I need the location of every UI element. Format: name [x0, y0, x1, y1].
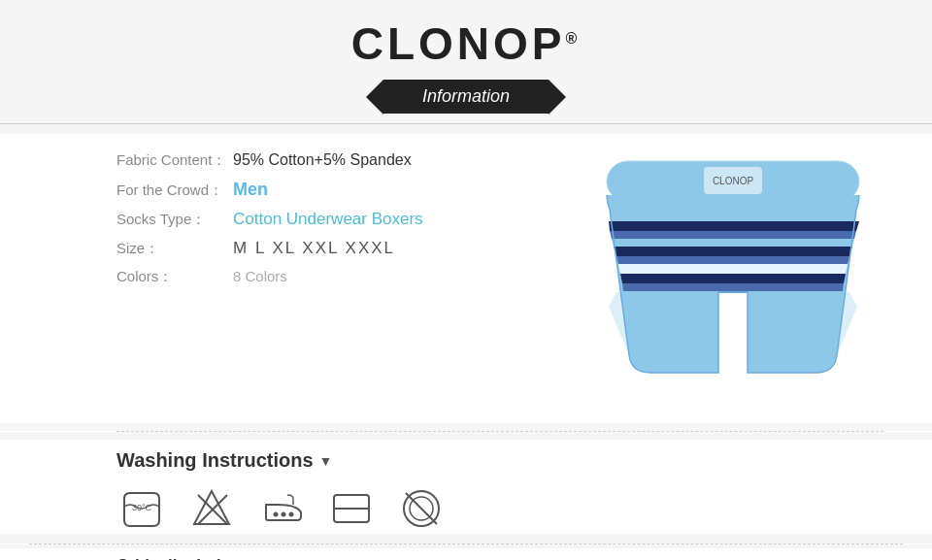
- washing-icons-row: 30°C: [116, 483, 883, 534]
- svg-point-9: [275, 513, 278, 516]
- colors-label: Colors：: [116, 268, 233, 286]
- colors-row: Colors： 8 Colors: [116, 268, 582, 286]
- product-info-left: Fabric Content： 95% Cotton+5% Spandex Fo…: [116, 151, 582, 423]
- wash-30-icon: 30°C: [116, 483, 167, 534]
- size-value: M L XL XXL XXXL: [233, 239, 395, 258]
- size-row: Size： M L XL XXL XXXL: [116, 239, 582, 258]
- iron-icon: [256, 483, 307, 534]
- header-divider: [0, 123, 932, 124]
- socks-label: Socks Type：: [116, 211, 233, 229]
- svg-point-11: [290, 513, 293, 516]
- no-bleach-icon: [186, 483, 237, 534]
- svg-text:30°C: 30°C: [132, 503, 152, 512]
- colors-value: 8 Colors: [233, 268, 287, 284]
- fabric-row: Fabric Content： 95% Cotton+5% Spandex: [116, 151, 582, 170]
- banner-label: Information: [422, 86, 510, 106]
- crowd-label: For the Crowd：: [116, 181, 233, 200]
- fabric-value: 95% Cotton+5% Spandex: [233, 151, 412, 169]
- product-image: CLONOP: [592, 151, 874, 423]
- crowd-value: Men: [233, 180, 268, 200]
- svg-point-10: [283, 513, 285, 516]
- criticality-title: Criticality Index ▼: [116, 556, 883, 560]
- registered-symbol: ®: [565, 30, 581, 47]
- header: CLONOP® Information: [0, 0, 932, 114]
- criticality-title-text: Criticality Index: [116, 556, 240, 560]
- dry-flat-icon: [326, 483, 377, 534]
- fabric-label: Fabric Content：: [116, 151, 233, 170]
- washing-arrow-icon: ▼: [319, 453, 333, 469]
- washing-divider: [29, 544, 903, 544]
- socks-row: Socks Type： Cotton Underwear Boxers: [116, 210, 582, 229]
- washing-section: Washing Instructions ▼ 30°C: [0, 440, 932, 534]
- info-divider: [116, 431, 883, 432]
- svg-line-16: [406, 493, 437, 524]
- brand-text: CLONOP: [351, 18, 566, 69]
- product-image-area: CLONOP: [582, 151, 883, 423]
- svg-text:CLONOP: CLONOP: [713, 176, 754, 186]
- content-area: Fabric Content： 95% Cotton+5% Spandex Fo…: [0, 134, 932, 423]
- washing-title-text: Washing Instructions: [116, 449, 314, 472]
- info-banner: Information: [383, 80, 549, 114]
- criticality-section: Criticality Index ▼ SoftBadNormalBestOve…: [0, 548, 932, 560]
- no-tumble-icon: [396, 483, 447, 534]
- washing-title: Washing Instructions ▼: [116, 449, 883, 472]
- socks-value: Cotton Underwear Boxers: [233, 210, 423, 229]
- page-wrapper: CLONOP® Information Fabric Content： 95% …: [0, 0, 932, 560]
- brand-name: CLONOP®: [0, 17, 932, 70]
- size-label: Size：: [116, 240, 233, 258]
- crowd-row: For the Crowd： Men: [116, 180, 582, 200]
